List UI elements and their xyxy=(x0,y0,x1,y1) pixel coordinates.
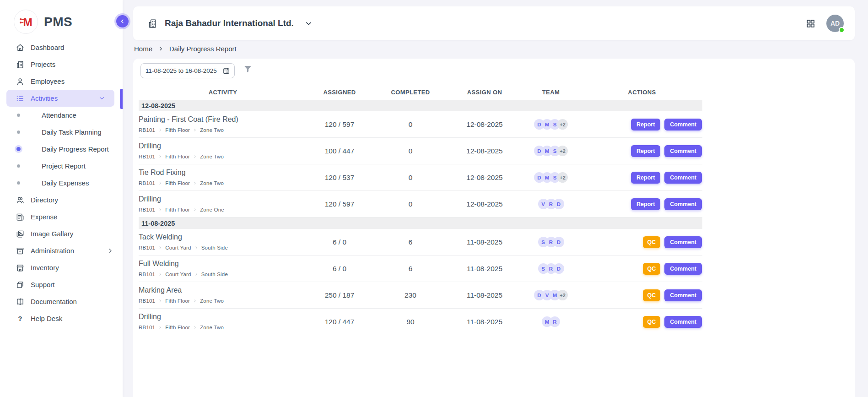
activity-location-path: RB101Fifth FloorZone Two xyxy=(139,325,307,330)
sidebar-item-expense[interactable]: Expense xyxy=(0,208,123,225)
sidebar-subitem-daily-progress-report[interactable]: Daily Progress Report xyxy=(0,141,123,158)
sidebar-subitem-attendance[interactable]: Attendance xyxy=(0,107,123,124)
activity-title: Tack Welding xyxy=(139,233,307,241)
report-button[interactable]: Report xyxy=(631,145,660,157)
comment-button[interactable]: Comment xyxy=(664,198,702,210)
bullet-dot-icon xyxy=(16,114,21,117)
qc-button[interactable]: QC xyxy=(643,316,661,328)
user-avatar[interactable]: AD xyxy=(826,15,844,32)
qc-button[interactable]: QC xyxy=(643,236,661,248)
comment-button[interactable]: Comment xyxy=(664,119,702,131)
completed-value: 90 xyxy=(372,318,449,326)
table-row: Tie Rod Fixing RB101Fifth FloorZone Two … xyxy=(139,164,702,191)
row-actions: ReportComment xyxy=(582,119,702,131)
store-icon xyxy=(16,263,25,272)
activity-title: Full Welding xyxy=(139,260,307,268)
team-extra-count[interactable]: +2 xyxy=(557,146,568,156)
team-extra-count[interactable]: +2 xyxy=(557,290,568,300)
online-status-dot xyxy=(839,27,845,33)
list-icon xyxy=(16,94,25,103)
chevron-right-icon xyxy=(193,326,197,329)
comment-button[interactable]: Comment xyxy=(664,236,702,248)
assign-on-date: 12-08-2025 xyxy=(449,174,520,182)
sidebar-subitem-project-report[interactable]: Project Report xyxy=(0,158,123,174)
team-member-avatar[interactable]: R xyxy=(550,316,560,327)
sidebar-item-dashboard[interactable]: Dashboard xyxy=(0,39,123,56)
completed-value: 6 xyxy=(372,265,449,273)
breadcrumb-home[interactable]: Home xyxy=(134,45,152,53)
qc-button[interactable]: QC xyxy=(643,263,661,275)
team-member-avatar[interactable]: D xyxy=(554,237,564,247)
column-header-team: TEAM xyxy=(520,89,582,96)
location-crumb: Fifth Floor xyxy=(165,154,190,159)
location-crumb: RB101 xyxy=(139,272,155,277)
sidebar-item-image-gallary[interactable]: Image Gallary xyxy=(0,225,123,242)
chevron-down-icon xyxy=(98,95,105,102)
filter-icon[interactable] xyxy=(243,64,253,74)
sidebar-subitem-daily-expenses[interactable]: Daily Expenses xyxy=(0,174,123,191)
apps-grid-icon[interactable] xyxy=(806,19,815,28)
date-group-header: 12-08-2025 xyxy=(139,100,702,111)
report-button[interactable]: Report xyxy=(631,172,660,184)
sidebar-item-inventory[interactable]: Inventory xyxy=(0,259,123,276)
sidebar-item-label: Projects xyxy=(31,60,55,68)
sidebar-item-administration[interactable]: Administration xyxy=(0,242,123,259)
location-crumb: South Side xyxy=(201,245,228,250)
report-button[interactable]: Report xyxy=(631,198,660,210)
activity-location-path: RB101Fifth FloorZone Two xyxy=(139,127,307,133)
team-member-avatar[interactable]: D xyxy=(554,199,564,209)
app-logo: M PMS xyxy=(0,0,123,34)
location-crumb: Zone One xyxy=(200,207,224,212)
comment-button[interactable]: Comment xyxy=(664,145,702,157)
company-selector[interactable]: Raja Bahadur International Ltd. xyxy=(147,18,313,29)
sidebar-item-label: Employees xyxy=(31,77,65,85)
team-member-avatar[interactable]: D xyxy=(554,263,564,274)
activity-cell: Drilling RB101Fifth FloorZone One xyxy=(139,191,307,217)
sidebar-item-documentation[interactable]: Documentation xyxy=(0,293,123,310)
table-row: Tack Welding RB101Court YardSouth Side 6… xyxy=(139,229,702,256)
team-extra-count[interactable]: +2 xyxy=(557,172,568,183)
user-initials: AD xyxy=(830,20,840,27)
completed-value: 0 xyxy=(372,120,449,129)
comment-button[interactable]: Comment xyxy=(664,263,702,275)
assigned-value: 250 / 187 xyxy=(307,291,372,299)
date-range-input[interactable]: 11-08-2025 to 16-08-2025 xyxy=(140,63,235,78)
comment-button[interactable]: Comment xyxy=(664,289,702,301)
column-header-completed: COMPLETED xyxy=(372,89,449,96)
sidebar-item-help-desk[interactable]: ?Help Desk xyxy=(0,310,123,327)
chevron-left-icon xyxy=(119,18,125,24)
sidebar-item-activities[interactable]: Activities xyxy=(6,90,114,107)
activity-location-path: RB101Court YardSouth Side xyxy=(139,272,307,277)
activity-cell: Tack Welding RB101Court YardSouth Side xyxy=(139,229,307,255)
report-button[interactable]: Report xyxy=(631,119,660,131)
sidebar-subitem-daily-task-planning[interactable]: Daily Task Planning xyxy=(0,124,123,141)
completed-value: 230 xyxy=(372,291,449,299)
assign-on-date: 11-08-2025 xyxy=(449,238,520,246)
sidebar-item-projects[interactable]: Projects xyxy=(0,56,123,73)
chevron-right-icon xyxy=(194,246,198,250)
sidebar-item-employees[interactable]: Employees xyxy=(0,73,123,90)
assigned-value: 100 / 447 xyxy=(307,147,372,155)
qc-button[interactable]: QC xyxy=(643,289,661,301)
chevron-right-icon xyxy=(193,299,197,303)
bullet-dot-icon xyxy=(16,131,21,134)
activity-title: Marking Area xyxy=(139,286,307,294)
help-icon: ? xyxy=(16,314,25,323)
location-crumb: RB101 xyxy=(139,127,155,133)
sidebar-collapse-button[interactable] xyxy=(116,15,129,27)
chevron-right-icon xyxy=(194,272,198,276)
chevron-right-icon xyxy=(107,247,113,254)
chevron-right-icon xyxy=(158,272,162,276)
chevron-right-icon xyxy=(158,46,163,51)
comment-button[interactable]: Comment xyxy=(664,172,702,184)
svg-text:M: M xyxy=(23,16,32,28)
layers-icon xyxy=(16,280,25,289)
team-extra-count[interactable]: +2 xyxy=(557,119,568,130)
logo-m-icon: M xyxy=(14,10,38,34)
sidebar-item-directory[interactable]: Directory xyxy=(0,191,123,208)
comment-button[interactable]: Comment xyxy=(664,316,702,328)
sidebar-item-support[interactable]: Support xyxy=(0,276,123,293)
table-header-row: ACTIVITYASSIGNEDCOMPLETEDASSIGN ONTEAMAC… xyxy=(139,85,702,100)
progress-table: ACTIVITYASSIGNEDCOMPLETEDASSIGN ONTEAMAC… xyxy=(139,85,702,335)
location-crumb: Court Yard xyxy=(165,245,191,250)
